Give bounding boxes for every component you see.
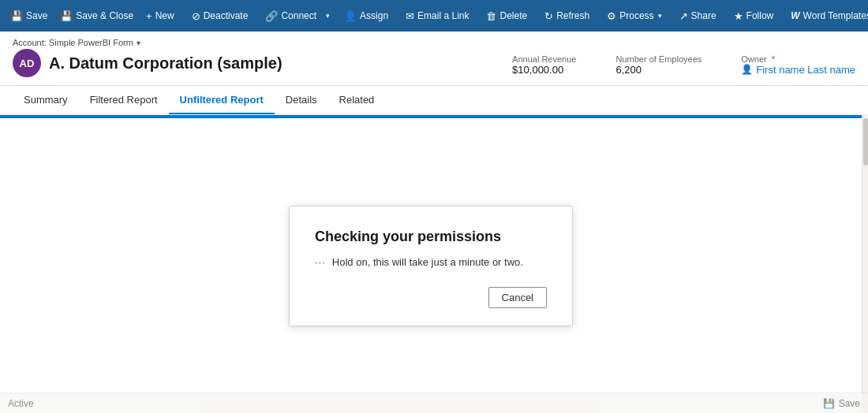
star-icon: ★ bbox=[734, 10, 743, 22]
record-fields: Annual Revenue $10,000.00 Number of Empl… bbox=[512, 51, 855, 76]
delete-button[interactable]: 🗑 Delete bbox=[481, 7, 533, 25]
save-icon: 💾 bbox=[10, 10, 23, 22]
save-close-icon: 💾 bbox=[60, 10, 73, 22]
word-templates-button[interactable]: W Word Templates ▾ bbox=[785, 7, 868, 24]
connect-button[interactable]: 🔗 Connect bbox=[260, 7, 322, 25]
record-header: Account: Simple PowerBI Form ▾ AD A. Dat… bbox=[0, 32, 868, 86]
tab-details[interactable]: Details bbox=[275, 86, 328, 114]
assign-icon: 👤 bbox=[344, 10, 357, 22]
refresh-icon: ↻ bbox=[544, 10, 553, 22]
email-icon: ✉ bbox=[406, 10, 414, 22]
modal-actions: Cancel bbox=[315, 287, 547, 308]
employees-field: Number of Employees 6,200 bbox=[615, 54, 702, 76]
avatar: AD bbox=[13, 49, 41, 77]
owner-field: Owner * 👤 First name Last name bbox=[741, 54, 855, 76]
word-icon: W bbox=[791, 10, 799, 21]
delete-icon: 🗑 bbox=[486, 10, 496, 22]
modal-dialog: Checking your permissions ∙∙∙ Hold on, t… bbox=[289, 206, 573, 326]
modal-message: ∙∙∙ Hold on, this will take just a minut… bbox=[315, 256, 547, 268]
connect-caret[interactable]: ▾ bbox=[324, 9, 332, 23]
cancel-button[interactable]: Cancel bbox=[488, 287, 547, 308]
share-button[interactable]: ↗ Share bbox=[674, 7, 722, 25]
toolbar: 💾 Save 💾 Save & Close + New ⊘ Deactivate… bbox=[0, 0, 868, 32]
owner-value-link[interactable]: 👤 First name Last name bbox=[741, 64, 855, 76]
record-title: A. Datum Corporation (sample) bbox=[49, 54, 282, 73]
save-button[interactable]: 💾 Save bbox=[5, 7, 53, 25]
form-label-caret[interactable]: ▾ bbox=[137, 39, 140, 47]
process-button[interactable]: ⚙ Process ▾ bbox=[601, 7, 667, 25]
tab-related[interactable]: Related bbox=[328, 86, 386, 114]
connect-icon: 🔗 bbox=[265, 10, 278, 22]
tab-unfiltered-report[interactable]: Unfiltered Report bbox=[169, 86, 275, 114]
modal-overlay: Checking your permissions ∙∙∙ Hold on, t… bbox=[0, 118, 862, 413]
refresh-button[interactable]: ↻ Refresh bbox=[539, 7, 595, 25]
required-indicator: * bbox=[772, 54, 775, 64]
deactivate-icon: ⊘ bbox=[192, 10, 200, 22]
share-icon: ↗ bbox=[679, 10, 688, 22]
tab-filtered-report[interactable]: Filtered Report bbox=[79, 86, 169, 114]
new-icon: + bbox=[146, 10, 152, 22]
save-close-button[interactable]: 💾 Save & Close bbox=[54, 7, 139, 25]
content-area: Checking your permissions ∙∙∙ Hold on, t… bbox=[0, 118, 862, 413]
deactivate-button[interactable]: ⊘ Deactivate bbox=[186, 7, 254, 25]
scrollbar-thumb[interactable] bbox=[863, 118, 868, 166]
modal-title: Checking your permissions bbox=[315, 229, 547, 245]
email-link-button[interactable]: ✉ Email a Link bbox=[400, 7, 474, 25]
person-icon: 👤 bbox=[741, 64, 753, 75]
form-label-text: Account: Simple PowerBI Form bbox=[13, 38, 133, 47]
tab-summary[interactable]: Summary bbox=[13, 86, 79, 114]
tabs-bar: Summary Filtered Report Unfiltered Repor… bbox=[0, 86, 868, 115]
new-button[interactable]: + New bbox=[140, 7, 180, 25]
assign-button[interactable]: 👤 Assign bbox=[339, 7, 394, 25]
annual-revenue-field: Annual Revenue $10,000.00 bbox=[512, 54, 576, 76]
process-icon: ⚙ bbox=[607, 10, 616, 22]
spinner-icon: ∙∙∙ bbox=[315, 256, 326, 268]
follow-button[interactable]: ★ Follow bbox=[728, 7, 780, 25]
vertical-scrollbar[interactable] bbox=[862, 115, 868, 413]
